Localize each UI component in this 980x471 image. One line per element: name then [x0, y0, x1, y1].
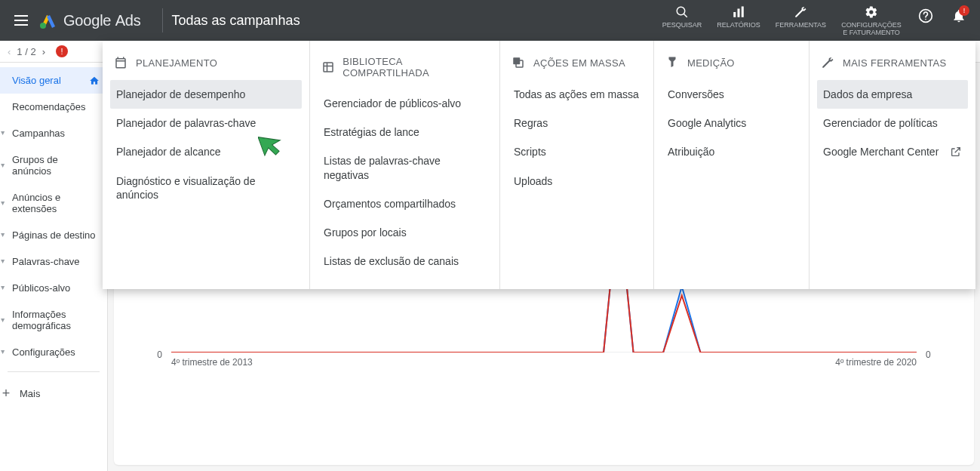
google-ads-logo-icon: [39, 11, 57, 29]
mega-column-header: PLANEJAMENTO: [110, 51, 302, 80]
mega-item-0-1[interactable]: Planejador de palavras-chave: [110, 109, 302, 137]
mega-item-label: Planejador de alcance: [116, 145, 221, 159]
chart-x-axis: 4º trimestre de 2013 4º trimestre de 202…: [171, 357, 917, 368]
library-icon: [321, 60, 335, 74]
measure-icon: [665, 56, 680, 69]
mega-item-0-3[interactable]: Diagnóstico e visualização de anúncios: [110, 167, 302, 209]
menu-button[interactable]: [6, 5, 36, 35]
mega-column-title: MEDIÇÃO: [687, 57, 735, 69]
mega-item-4-2[interactable]: Google Merchant Center: [817, 137, 968, 166]
sidebar-item-0[interactable]: Visão geral: [0, 67, 107, 94]
ytick-right-2: 0: [926, 349, 931, 360]
mega-item-2-3[interactable]: Uploads: [508, 167, 646, 195]
svg-point-1: [677, 7, 685, 15]
chevron-right-icon: ▸: [0, 164, 8, 168]
tools-action[interactable]: FERRAMENTAS: [770, 1, 832, 32]
mega-item-1-3[interactable]: Orçamentos compartilhados: [318, 189, 492, 218]
reports-action[interactable]: RELATÓRIOS: [711, 1, 766, 32]
mega-column-3: MEDIÇÃOConversõesGoogle AnalyticsAtribui…: [654, 41, 809, 289]
warning-badge[interactable]: !: [56, 45, 68, 57]
hamburger-icon: [14, 15, 28, 26]
mega-item-3-2[interactable]: Atribuição: [662, 137, 801, 166]
sidebar-item-8[interactable]: ▸Informações demográficas: [0, 301, 107, 339]
mega-column-header: BIBLIOTECA COMPARTILHADA: [318, 51, 492, 89]
external-link-icon: [950, 146, 962, 158]
mega-column-title: MAIS FERRAMENTAS: [843, 57, 946, 69]
mega-item-1-5[interactable]: Listas de exclusão de canais: [318, 247, 492, 276]
mega-item-2-0[interactable]: Todas as ações em massa: [508, 80, 646, 109]
mega-item-label: Estratégias de lance: [324, 125, 419, 139]
mega-item-4-1[interactable]: Gerenciador de políticas: [817, 109, 968, 137]
brand-text: Google Ads: [63, 12, 141, 29]
mega-column-0: PLANEJAMENTOPlanejador de desempenhoPlan…: [103, 41, 310, 289]
mega-item-label: Planejador de palavras-chave: [116, 116, 256, 130]
sidebar-more[interactable]: + Mais: [0, 378, 107, 409]
mega-item-1-0[interactable]: Gerenciador de públicos-alvo: [318, 89, 492, 118]
notifications-button[interactable]: !: [944, 1, 974, 31]
sidebar-item-label: Campanhas: [12, 128, 65, 139]
chevron-right-icon: ▸: [0, 131, 8, 135]
mega-column-title: PLANEJAMENTO: [136, 57, 217, 69]
mega-column-1: BIBLIOTECA COMPARTILHADAGerenciador de p…: [310, 41, 500, 289]
sidebar-item-7[interactable]: ▸Públicos-alvo: [0, 275, 107, 301]
pager-next[interactable]: ›: [41, 45, 47, 59]
chevron-right-icon: ▸: [0, 260, 8, 263]
pager-prev[interactable]: ‹: [6, 45, 12, 59]
sidebar-item-4[interactable]: ▸Anúncios e extensões: [0, 184, 107, 222]
mega-item-label: Listas de exclusão de canais: [324, 254, 459, 268]
mega-item-1-1[interactable]: Estratégias de lance: [318, 118, 492, 146]
mega-item-label: Gerenciador de políticas: [823, 116, 938, 130]
svg-point-7: [925, 19, 926, 20]
sidebar-item-label: Palavras-chave: [12, 256, 80, 267]
svg-rect-4: [737, 9, 739, 17]
search-action[interactable]: PESQUISAR: [656, 1, 708, 32]
mega-item-label: Listas de palavras-chave negativas: [324, 154, 486, 181]
mega-item-label: Diagnóstico e visualização de anúncios: [116, 174, 296, 202]
sidebar-item-label: Anúncios e extensões: [12, 192, 100, 214]
app-header: Google Ads Todas as campanhas PESQUISAR …: [0, 0, 980, 41]
tools-mega-menu: PLANEJAMENTOPlanejador de desempenhoPlan…: [103, 41, 975, 289]
sidebar-item-label: Públicos-alvo: [12, 282, 70, 294]
mega-item-label: Atribuição: [668, 145, 714, 159]
mega-item-1-4[interactable]: Grupos por locais: [318, 218, 492, 247]
mega-column-title: BIBLIOTECA COMPARTILHADA: [343, 56, 486, 78]
sidebar-more-label: Mais: [20, 388, 40, 399]
mega-item-0-2[interactable]: Planejador de alcance: [110, 137, 302, 166]
mega-column-header: MEDIÇÃO: [662, 51, 801, 80]
svg-rect-3: [733, 12, 736, 17]
sidebar-item-3[interactable]: ▸Grupos de anúncios: [0, 146, 107, 184]
search-icon: [675, 4, 689, 20]
chevron-right-icon: ▸: [0, 233, 8, 237]
logo[interactable]: Google Ads: [39, 11, 141, 29]
page-title: Todas as campanhas: [172, 13, 300, 29]
home-icon: [89, 75, 100, 86]
settings-action[interactable]: CONFIGURAÇÕES E FATURAMENTO: [835, 1, 908, 40]
sidebar-item-2[interactable]: ▸Campanhas: [0, 120, 107, 146]
sidebar-item-6[interactable]: ▸Palavras-chave: [0, 248, 107, 275]
sidebar-divider: [8, 371, 100, 372]
notification-badge: !: [959, 5, 969, 16]
mega-item-2-1[interactable]: Regras: [508, 109, 646, 137]
help-button[interactable]: [911, 1, 941, 31]
mega-item-3-0[interactable]: Conversões: [662, 80, 801, 109]
mega-item-label: Planejador de desempenho: [116, 88, 245, 101]
mega-item-2-2[interactable]: Scripts: [508, 137, 646, 166]
sidebar-item-9[interactable]: ▸Configurações: [0, 339, 107, 365]
xtick-start: 4º trimestre de 2013: [171, 357, 253, 368]
mega-item-4-0[interactable]: Dados da empresa: [817, 80, 968, 109]
mega-item-1-2[interactable]: Listas de palavras-chave negativas: [318, 146, 492, 189]
sidebar-item-1[interactable]: Recomendações: [0, 94, 107, 120]
pager-text: 1 / 2: [17, 46, 35, 57]
svg-rect-9: [324, 63, 333, 72]
bulk-icon: [511, 56, 526, 69]
svg-line-2: [684, 14, 687, 17]
mega-item-label: Conversões: [668, 88, 724, 101]
mega-item-0-0[interactable]: Planejador de desempenho: [110, 80, 302, 109]
mega-item-label: Regras: [514, 116, 548, 130]
sidebar-item-5[interactable]: ▸Páginas de destino: [0, 222, 107, 248]
plus-icon: +: [0, 386, 12, 402]
gear-icon: [865, 4, 878, 20]
svg-point-0: [40, 23, 46, 29]
mega-item-3-1[interactable]: Google Analytics: [662, 109, 801, 137]
mega-column-header: MAIS FERRAMENTAS: [817, 51, 968, 80]
